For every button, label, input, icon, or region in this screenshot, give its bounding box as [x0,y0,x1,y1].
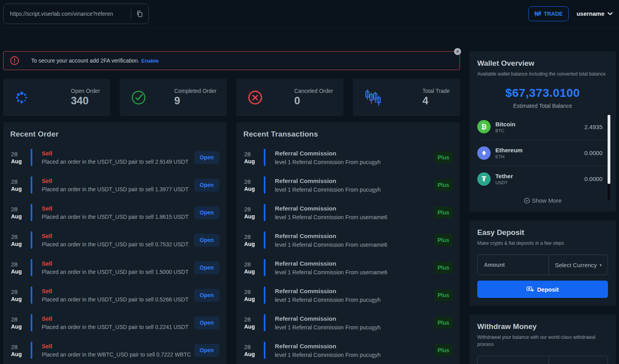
deposit-button[interactable]: Deposit [477,281,608,298]
order-type: Sell [42,233,190,239]
accent-bar [264,314,265,331]
stat-value: 9 [174,95,217,107]
plus-badge: Plus [434,234,452,246]
topbar: TRADE username [0,0,619,28]
copy-icon[interactable] [131,4,148,24]
candlestick-icon [364,89,381,107]
scrollbar-track [608,184,610,200]
coin-row[interactable]: ₿ Bitcoin BTC 2.4935 [477,114,608,140]
stat-cards: Open Order 340 Completed Order 9 [3,79,460,116]
wallet-overview-card: Wallet Overview Available wallet balance… [469,51,616,212]
stat-card-open-order: Open Order 340 [3,79,110,116]
transaction-title: Referral Commission [275,315,430,322]
coin-row[interactable]: ♦ Ethereum ETH 0.0000 [477,140,608,166]
plus-badge: Plus [434,179,452,191]
balance-caption: Estimated Total Balance [477,103,608,109]
transaction-date: 28 Aug [243,178,261,192]
order-open-button[interactable]: Open [194,261,219,274]
transaction-row: 28 Aug Referral Commission level 1 Refer… [243,176,452,194]
show-more-button[interactable]: Show More [477,197,608,204]
accent-bar [264,231,265,249]
transaction-row: 28 Aug Referral Commission level 1 Refer… [243,259,452,276]
withdraw-subtitle: Withdrawal your balance with our world-c… [477,334,608,348]
stat-value: 0 [294,95,333,107]
stat-card-total-trade: Total Trade 4 [353,79,460,116]
order-type: Sell [42,288,190,294]
currency-select-label: Select Currency [555,363,597,364]
transaction-description: level 1 Referral Commission From usernam… [275,242,430,248]
user-menu[interactable]: username [576,10,613,17]
transaction-list: 28 Aug Referral Commission level 1 Refer… [243,149,452,359]
transaction-description: level 1 Referral Commission From pucugyh [275,352,430,358]
withdraw-currency-select[interactable]: Select Currency ▾ [549,356,608,364]
check-circle-icon [131,90,146,105]
accent-bar [264,286,265,304]
accent-bar [264,342,265,359]
deposit-button-label: Deposit [537,286,559,293]
candlestick-icon [534,11,541,17]
transaction-date: 28 Aug [243,316,261,330]
alert-message: To secure your account add 2FA verificat… [31,57,139,64]
trade-button[interactable]: TRADE [528,6,569,21]
coin-symbol: ETH [495,154,584,159]
stat-label: Canceled Order [294,88,333,94]
scrollbar-thumb[interactable] [608,115,610,184]
coin-row[interactable]: ₮ Tether USDT 0.0000 [477,166,608,192]
warning-icon [10,56,19,65]
panel-title: Recent Transactions [243,130,452,139]
order-description: Placed an order in the USDT_USD pair to … [42,214,190,220]
order-open-button[interactable]: Open [194,151,219,164]
currency-select-label: Select Currency [555,262,597,268]
coin-list: ₿ Bitcoin BTC 2.4935 ♦ Ethereum ETH [477,114,608,192]
2fa-alert: To secure your account add 2FA verificat… [3,51,460,70]
transaction-date: 28 Aug [243,261,261,275]
order-date: 28 Aug [10,288,28,302]
coin-name: Tether [495,173,584,179]
accent-bar [31,176,32,194]
transaction-date: 28 Aug [243,288,261,302]
order-open-button[interactable]: Open [194,234,219,247]
recent-transactions-panel: Recent Transactions 28 Aug Referral Comm… [236,122,460,364]
order-type: Sell [42,343,190,349]
transaction-title: Referral Commission [275,177,430,185]
sidebar: Wallet Overview Available wallet balance… [469,51,616,364]
order-date: 28 Aug [10,261,28,275]
chevron-down-icon [608,12,613,15]
recent-order-panel: Recent Order 28 Aug Sell Placed an order… [3,122,226,364]
transaction-row: 28 Aug Referral Commission level 1 Refer… [243,342,452,359]
deposit-subtitle: Make crypto & fiat deposits in a few ste… [477,240,608,247]
stat-value: 4 [423,95,450,107]
plus-badge: Plus [434,152,452,163]
order-row: 28 Aug Sell Placed an order in the USDT_… [10,259,219,276]
referral-url-input[interactable] [4,11,131,17]
coin-icon: ♦ [477,146,491,160]
spinner-icon [14,90,29,105]
deposit-amount-input[interactable] [478,255,549,275]
order-row: 28 Aug Sell Placed an order in the USDT_… [10,204,219,221]
accent-bar [31,149,32,166]
order-open-button[interactable]: Open [194,179,219,192]
order-row: 28 Aug Sell Placed an order in the USDT_… [10,286,219,304]
transaction-description: level 1 Referral Commission From pucugyh [275,159,430,165]
transaction-description: level 1 Referral Commission From pucugyh [275,324,430,331]
username-label: username [576,10,604,17]
coin-icon: ₮ [477,172,491,186]
order-description: Placed an order in the USDT_USD pair to … [42,296,190,303]
enable-2fa-link[interactable]: Enable [141,58,159,64]
order-date: 28 Aug [10,233,28,247]
deposit-currency-select[interactable]: Select Currency ▾ [549,255,608,275]
order-open-button[interactable]: Open [194,316,219,329]
transaction-date: 28 Aug [243,344,261,357]
accent-bar [31,231,32,249]
referral-url-box [3,4,149,24]
withdraw-amount-input[interactable] [478,356,549,364]
order-open-button[interactable]: Open [194,206,219,219]
order-open-button[interactable]: Open [194,289,219,302]
order-open-button[interactable]: Open [194,344,219,357]
close-icon[interactable]: × [454,48,461,55]
transaction-title: Referral Commission [275,343,430,350]
transaction-description: level 1 Referral Commission From pucugyh [275,187,430,193]
accent-bar [31,314,32,331]
stat-label: Open Order [71,88,100,94]
deposit-input-group: Select Currency ▾ [477,255,608,275]
